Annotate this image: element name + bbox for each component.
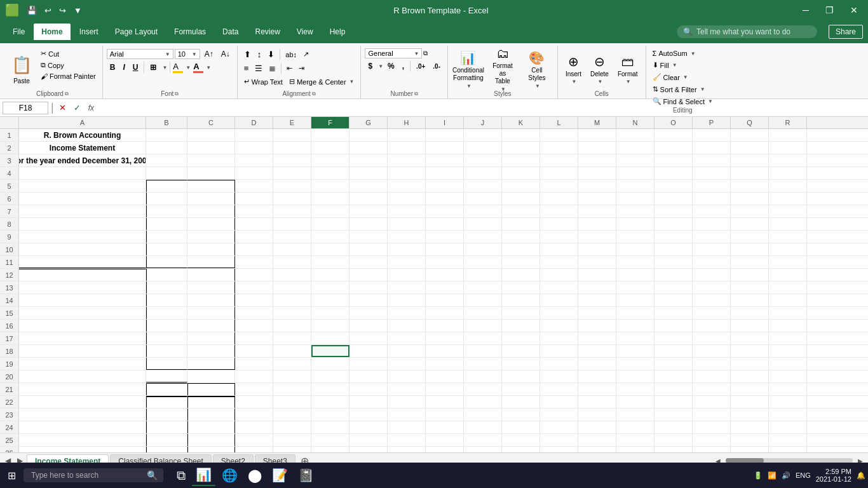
cell-c18[interactable]	[187, 345, 235, 357]
cell-h6[interactable]	[388, 193, 426, 205]
cell-r3[interactable]	[769, 154, 807, 166]
cell-n23[interactable]	[616, 409, 654, 421]
cell-g2[interactable]	[349, 142, 388, 154]
cell-l15[interactable]	[540, 307, 578, 319]
cell-j13[interactable]	[464, 281, 502, 294]
format-button[interactable]: 🗃 Format ▼	[614, 48, 642, 90]
cell-k4[interactable]	[502, 167, 540, 179]
col-header-k[interactable]: K	[502, 117, 540, 128]
cell-b13[interactable]	[146, 281, 187, 294]
cell-n20[interactable]	[616, 370, 654, 383]
cell-i22[interactable]	[426, 396, 464, 408]
cell-a18[interactable]	[19, 345, 146, 357]
cell-d8[interactable]	[235, 218, 273, 230]
cell-n22[interactable]	[616, 396, 654, 408]
cell-k11[interactable]	[502, 256, 540, 268]
cell-r13[interactable]	[769, 281, 807, 294]
cell-e1[interactable]	[273, 129, 311, 141]
cell-i6[interactable]	[426, 193, 464, 205]
cell-k20[interactable]	[502, 370, 540, 383]
cell-p2[interactable]	[693, 142, 731, 154]
cell-c26[interactable]	[187, 447, 235, 452]
cell-p20[interactable]	[693, 370, 731, 383]
cell-m26[interactable]	[578, 447, 616, 452]
cell-n6[interactable]	[616, 193, 654, 205]
cell-p18[interactable]	[693, 345, 731, 357]
cell-d11[interactable]	[235, 256, 273, 268]
cell-g10[interactable]	[349, 243, 388, 255]
cell-k24[interactable]	[502, 421, 540, 433]
cell-e6[interactable]	[273, 193, 311, 205]
cell-n18[interactable]	[616, 345, 654, 357]
cell-q20[interactable]	[731, 370, 769, 383]
cell-q23[interactable]	[731, 409, 769, 421]
cell-d22[interactable]	[235, 396, 273, 408]
cell-l8[interactable]	[540, 218, 578, 230]
task-view-button[interactable]: ⧉	[173, 466, 189, 485]
cell-k7[interactable]	[502, 205, 540, 217]
excel-taskbar-icon[interactable]: 📊	[192, 464, 215, 486]
cell-n11[interactable]	[616, 256, 654, 268]
cell-k25[interactable]	[502, 434, 540, 446]
cell-l18[interactable]	[540, 345, 578, 357]
cancel-formula-button[interactable]: ✕	[57, 102, 69, 114]
cell-g22[interactable]	[349, 396, 388, 408]
cell-g21[interactable]	[349, 383, 388, 395]
cell-o17[interactable]	[654, 332, 693, 344]
cell-l6[interactable]	[540, 193, 578, 205]
cell-d1[interactable]	[235, 129, 273, 141]
start-button[interactable]: ⊞	[3, 467, 21, 484]
cell-o20[interactable]	[654, 370, 693, 383]
cell-q7[interactable]	[731, 205, 769, 217]
cell-j24[interactable]	[464, 421, 502, 433]
tab-insert[interactable]: Insert	[72, 24, 106, 40]
cell-j9[interactable]	[464, 231, 502, 243]
cell-i16[interactable]	[426, 320, 464, 332]
cell-h12[interactable]	[388, 269, 426, 281]
cell-e26[interactable]	[273, 447, 311, 452]
customize-qa-button[interactable]: ▼	[71, 4, 85, 17]
cell-j5[interactable]	[464, 180, 502, 192]
cell-p5[interactable]	[693, 180, 731, 192]
cell-b25[interactable]	[146, 434, 187, 446]
cell-h25[interactable]	[388, 434, 426, 446]
cell-p14[interactable]	[693, 294, 731, 306]
cell-h22[interactable]	[388, 396, 426, 408]
currency-button[interactable]: $	[365, 60, 376, 72]
text-angle-button[interactable]: ↗	[301, 49, 311, 60]
cell-j15[interactable]	[464, 307, 502, 319]
cell-e24[interactable]	[273, 421, 311, 433]
cell-a7[interactable]	[19, 205, 146, 217]
cell-j23[interactable]	[464, 409, 502, 421]
share-button[interactable]: Share	[829, 25, 863, 39]
number-expand-icon[interactable]: ⧉	[423, 50, 428, 57]
cell-l11[interactable]	[540, 256, 578, 268]
cell-k18[interactable]	[502, 345, 540, 357]
cell-o1[interactable]	[654, 129, 693, 141]
cell-c23[interactable]	[187, 409, 235, 421]
italic-button[interactable]: I	[119, 62, 128, 73]
cell-i18[interactable]	[426, 345, 464, 357]
cell-d14[interactable]	[235, 294, 273, 306]
cell-d21[interactable]	[235, 383, 273, 395]
cell-l22[interactable]	[540, 396, 578, 408]
cell-c5[interactable]	[187, 180, 235, 192]
cell-a21[interactable]	[19, 383, 146, 395]
cell-q11[interactable]	[731, 256, 769, 268]
cell-l24[interactable]	[540, 421, 578, 433]
cell-styles-button[interactable]: 🎨 CellStyles ▼	[520, 48, 553, 90]
cell-m8[interactable]	[578, 218, 616, 230]
cell-j18[interactable]	[464, 345, 502, 357]
cell-f4[interactable]	[311, 167, 349, 179]
cell-c2[interactable]	[187, 142, 235, 154]
sort-filter-button[interactable]: ⇅ Sort & Filter ▼	[650, 84, 708, 95]
cell-q24[interactable]	[731, 421, 769, 433]
cell-g12[interactable]	[349, 269, 388, 281]
cell-f3[interactable]	[311, 154, 349, 166]
copy-button[interactable]: ⧉ Copy	[38, 60, 98, 71]
cell-l5[interactable]	[540, 180, 578, 192]
cell-j26[interactable]	[464, 447, 502, 452]
cell-h5[interactable]	[388, 180, 426, 192]
col-header-b[interactable]: B	[146, 117, 187, 128]
cell-p24[interactable]	[693, 421, 731, 433]
